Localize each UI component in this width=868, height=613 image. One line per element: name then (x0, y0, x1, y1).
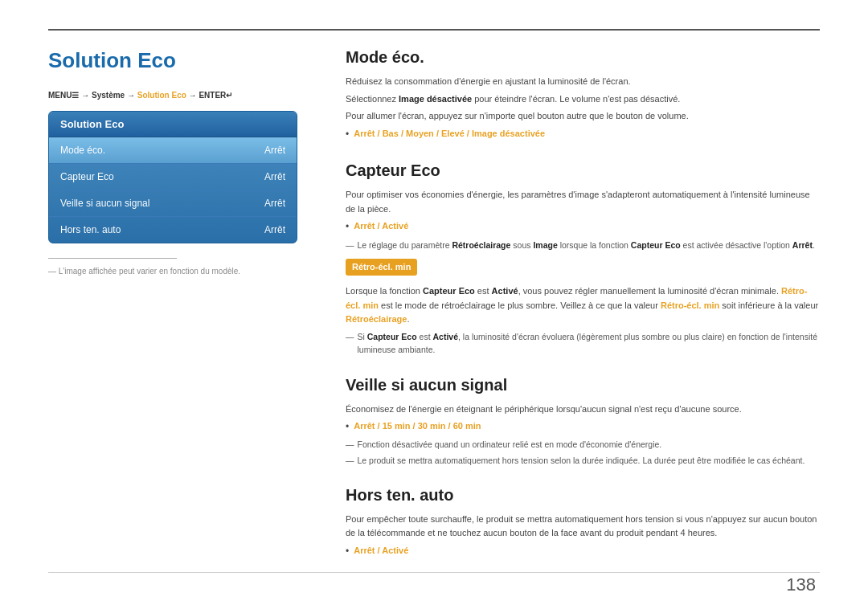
menu-item-hors-ten-value: Arrêt (264, 224, 285, 235)
veille-signal-emdash2-text: Le produit se mettra automatiquement hor… (358, 454, 805, 467)
menu-enter: ENTER (199, 91, 226, 100)
menu-arrow2: → (125, 91, 137, 100)
menu-item-veille-signal-label: Veille si aucun signal (60, 198, 149, 209)
menu-item-hors-ten[interactable]: Hors ten. auto Arrêt (49, 217, 297, 243)
right-column: Mode éco. Réduisez la consommation d'éne… (346, 48, 820, 578)
menu-solution-eco: Solution Eco (137, 91, 186, 100)
retro-ecl-badge: Rétro-écl. min (346, 259, 417, 276)
section-veille-signal-body: Économisez de l'énergie en éteignant le … (346, 403, 820, 467)
menu-item-veille-signal[interactable]: Veille si aucun signal Arrêt (49, 190, 297, 217)
section-mode-eco-body: Réduisez la consommation d'énergie en aj… (346, 75, 820, 142)
section-hors-ten-auto: Hors ten. auto Pour empêcher toute surch… (346, 486, 820, 559)
left-note: ― L'image affichée peut varier en foncti… (48, 267, 297, 276)
section-hors-ten-auto-body: Pour empêcher toute surchauffe, le produ… (346, 513, 820, 559)
retro-ecl-bold2: Rétro-écl. min (661, 300, 719, 310)
section-mode-eco: Mode éco. Réduisez la consommation d'éne… (346, 48, 820, 142)
capteur-eco-bold3: Capteur Eco (367, 332, 417, 341)
retro-bold: Rétroéclairage (452, 240, 510, 250)
mode-eco-bullet: • Arrêt / Bas / Moyen / Elevé / Image dé… (346, 127, 820, 142)
active-bold1: Activé (492, 286, 518, 296)
hors-ten-bullet: • Arrêt / Activé (346, 544, 820, 559)
main-title: Solution Eco (48, 48, 297, 73)
mode-eco-para2: Sélectionnez Image désactivée pour étein… (346, 92, 820, 107)
top-divider (48, 29, 820, 31)
menu-item-capteur-eco-value: Arrêt (264, 171, 285, 182)
section-mode-eco-title: Mode éco. (346, 48, 820, 67)
section-capteur-eco-body: Pour optimiser vos économies d'énergie, … (346, 188, 820, 357)
left-column: Solution Eco MENU☰ → Système → Solution … (48, 48, 297, 276)
menu-arrow3: → (186, 91, 199, 100)
capteur-eco-para1: Pour optimiser vos économies d'énergie, … (346, 188, 820, 216)
veille-signal-para1: Économisez de l'énergie en éteignant le … (346, 403, 820, 417)
mode-eco-options: Arrêt / Bas / Moyen / Elevé / Image désa… (354, 127, 545, 141)
veille-signal-emdash2: ― Le produit se mettra automatiquement h… (346, 454, 820, 467)
bullet-dot3: • (346, 419, 349, 435)
section-veille-signal: Veille si aucun signal Économisez de l'é… (346, 376, 820, 467)
menu-box-title: Solution Eco (49, 112, 297, 137)
retro-emdash: ― Si Capteur Eco est Activé, la luminosi… (346, 330, 820, 357)
mode-eco-para1: Réduisez la consommation d'énergie en aj… (346, 75, 820, 89)
retroeclairage-bold: Rétroéclairage (346, 314, 407, 324)
em-dash4: ― (346, 454, 354, 467)
bullet-dot: • (346, 127, 349, 142)
menu-enter-symbol: ↵ (226, 91, 232, 100)
retro-emdash-text: Si Capteur Eco est Activé, la luminosité… (358, 330, 821, 357)
retro-ecl-bold: Rétro-écl. min (346, 286, 807, 310)
menu-item-capteur-eco-label: Capteur Eco (60, 171, 114, 182)
menu-path: MENU☰ → Système → Solution Eco → ENTER↵ (48, 91, 297, 100)
image-bold: Image (533, 240, 557, 250)
menu-prefix: MENU (48, 91, 72, 100)
menu-item-mode-eco[interactable]: Mode éco. Arrêt (49, 137, 297, 164)
capteur-eco-emdash-text: Le réglage du paramètre Rétroéclairage s… (358, 239, 815, 251)
bullet-dot2: • (346, 219, 349, 235)
section-capteur-eco: Capteur Eco Pour optimiser vos économies… (346, 161, 820, 357)
em-dash1: ― (346, 239, 354, 251)
mode-eco-bold1: Image désactivée (399, 94, 472, 104)
bullet-dot4: • (346, 544, 349, 559)
retro-para1: Lorsque la fonction Capteur Eco est Acti… (346, 284, 820, 327)
menu-arrow1: → (79, 91, 92, 100)
capteur-eco-bullet: • Arrêt / Activé (346, 219, 820, 235)
menu-systeme: Système (92, 91, 125, 100)
menu-item-mode-eco-label: Mode éco. (60, 145, 105, 156)
em-dash2: ― (346, 330, 354, 343)
veille-signal-bullet: • Arrêt / 15 min / 30 min / 60 min (346, 419, 820, 435)
em-dash3: ― (346, 438, 354, 451)
capteur-eco-bold: Capteur Eco (631, 240, 681, 250)
section-hors-ten-auto-title: Hors ten. auto (346, 486, 820, 505)
menu-item-veille-signal-value: Arrêt (264, 198, 285, 209)
hors-ten-options: Arrêt / Activé (354, 544, 408, 558)
arret-bold: Arrêt (792, 240, 813, 250)
capteur-eco-options: Arrêt / Activé (354, 219, 408, 234)
retro-badge-section: Rétro-écl. min (346, 259, 820, 281)
left-separator (48, 258, 177, 259)
menu-item-mode-eco-value: Arrêt (264, 145, 285, 156)
mode-eco-para3: Pour allumer l'écran, appuyez sur n'impo… (346, 109, 820, 124)
active-bold2: Activé (432, 332, 458, 341)
section-veille-signal-title: Veille si aucun signal (346, 376, 820, 394)
menu-item-hors-ten-label: Hors ten. auto (60, 224, 121, 235)
veille-signal-emdash1-text: Fonction désactivée quand un ordinateur … (358, 438, 662, 451)
menu-item-capteur-eco[interactable]: Capteur Eco Arrêt (49, 164, 297, 190)
capteur-eco-emdash: ― Le réglage du paramètre Rétroéclairage… (346, 239, 820, 251)
capteur-eco-bold2: Capteur Eco (423, 286, 475, 296)
veille-signal-options: Arrêt / 15 min / 30 min / 60 min (354, 419, 481, 434)
section-capteur-eco-title: Capteur Eco (346, 161, 820, 180)
veille-signal-emdash1: ― Fonction désactivée quand un ordinateu… (346, 438, 820, 451)
solution-eco-menu-box: Solution Eco Mode éco. Arrêt Capteur Eco… (48, 111, 297, 243)
hors-ten-para1: Pour empêcher toute surchauffe, le produ… (346, 513, 820, 541)
